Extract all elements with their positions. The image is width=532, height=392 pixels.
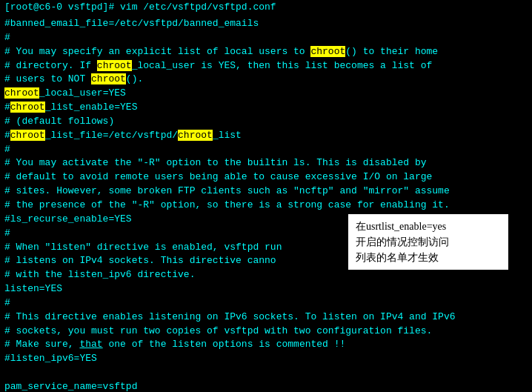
line-25: #listen_ipv6=YES xyxy=(4,352,528,366)
terminal: [root@c6-0 vsftpd]# vim /etc/vsftpd/vsft… xyxy=(0,0,532,392)
line-7: #chroot_list_enable=YES xyxy=(4,101,528,115)
line-2: # xyxy=(4,31,528,45)
line-21: # xyxy=(4,296,528,310)
tooltip: 在usrtlist_enable=yes 开启的情况控制访问 列表的名单才生效 xyxy=(347,213,510,271)
line-11: # You may activate the "-R" option to th… xyxy=(4,156,528,170)
highlight-chroot-list-enable: chroot xyxy=(10,102,45,113)
line-1: #banned_email_file=/etc/vsftpd/banned_em… xyxy=(4,17,528,31)
line-12: # default to avoid remote users being ab… xyxy=(4,170,528,185)
line-13: # sites. However, some broken FTP client… xyxy=(4,185,528,199)
line-24: # Make sure, that one of the listen opti… xyxy=(4,338,528,352)
line-9: #chroot_list_file=/etc/vsftpd/chroot_lis… xyxy=(4,129,528,143)
line-4: # directory. If chroot_local_user is YES… xyxy=(4,59,528,73)
highlight-chroot-3: chroot xyxy=(91,73,126,84)
highlight-chroot-local: chroot xyxy=(4,87,39,99)
line-3: # You may specify an explicit list of lo… xyxy=(4,45,528,59)
line-6: chroot_local_user=YES xyxy=(4,87,528,101)
line-8: # (default follows) xyxy=(4,115,528,129)
line-14: # the presence of the "-R" option, so th… xyxy=(4,199,528,213)
tooltip-line1: 在usrtlist_enable=yes xyxy=(356,221,446,232)
line-27: pam_service_name=vsftpd xyxy=(4,380,528,392)
line-23: # sockets, you must run two copies of vs… xyxy=(4,325,528,339)
tooltip-line3: 列表的名单才生效 xyxy=(356,252,439,263)
tooltip-line2: 开启的情况控制访问 xyxy=(356,236,449,248)
line-22: # This directive enables listening on IP… xyxy=(4,310,528,325)
line-5: # users to NOT chroot(). xyxy=(4,73,528,87)
line-26 xyxy=(4,366,528,380)
highlight-chroot-list-file: chroot xyxy=(10,130,45,141)
line-20: listen=YES xyxy=(4,282,528,296)
highlight-chroot-list: chroot xyxy=(178,130,213,141)
highlight-chroot-1: chroot xyxy=(310,46,345,57)
title-bar: [root@c6-0 vsftpd]# vim /etc/vsftpd/vsft… xyxy=(0,0,532,14)
line-10: # xyxy=(4,143,528,157)
highlight-chroot-2: chroot xyxy=(97,60,132,71)
content: #banned_email_file=/etc/vsftpd/banned_em… xyxy=(0,14,532,392)
